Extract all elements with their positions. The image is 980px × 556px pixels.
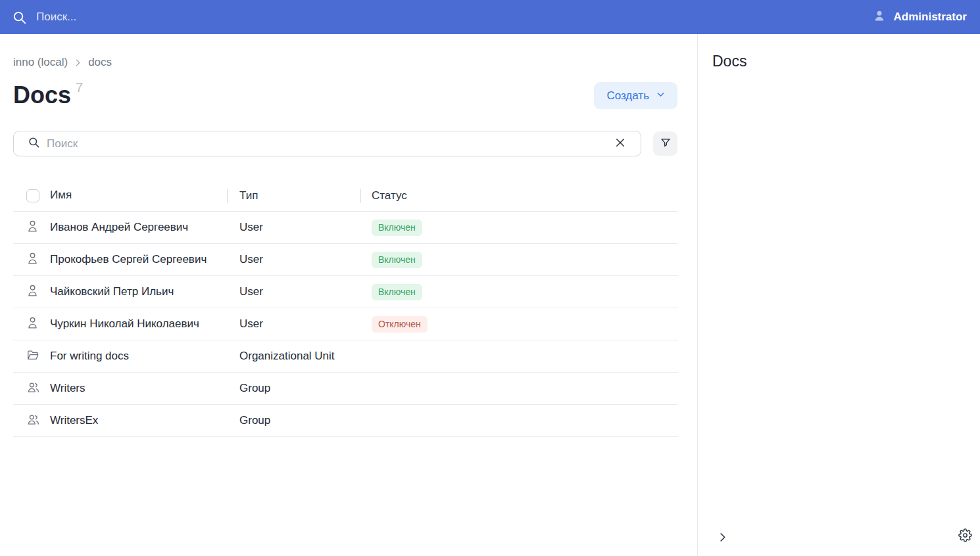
table-body: Иванов Андрей Сергеевич User Включен Про… xyxy=(13,212,678,437)
table-row[interactable]: Writers Group xyxy=(13,373,678,405)
row-name: Прокофьев Сергей Сергеевич xyxy=(50,246,227,273)
table-row[interactable]: Чайковский Петр Ильич User Включен xyxy=(13,276,678,308)
column-header-name[interactable]: Имя xyxy=(50,181,227,209)
table-header: Имя Тип Статус xyxy=(13,180,678,212)
clear-search-button[interactable] xyxy=(610,133,630,154)
status-badge: Включен xyxy=(372,252,422,268)
object-count: 7 xyxy=(76,80,83,95)
funnel-icon xyxy=(660,137,672,151)
table-row[interactable]: Прокофьев Сергей Сергеевич User Включен xyxy=(13,244,678,276)
gear-icon xyxy=(958,528,972,544)
breadcrumb-item-current[interactable]: docs xyxy=(88,56,112,69)
global-search-input[interactable] xyxy=(36,11,299,24)
details-panel-title: Docs xyxy=(712,53,747,70)
global-search xyxy=(12,10,873,25)
row-type: User xyxy=(227,276,360,308)
user-name: Administrator xyxy=(894,11,967,24)
table-search-input[interactable] xyxy=(47,137,610,151)
search-icon xyxy=(28,136,40,151)
search-toolbar xyxy=(13,131,677,156)
column-header-status[interactable]: Статус xyxy=(360,180,678,211)
close-icon xyxy=(614,137,626,151)
status-badge: Включен xyxy=(372,284,422,300)
row-type: User xyxy=(227,308,360,340)
table-row[interactable]: WritersEx Group xyxy=(13,405,678,437)
user-icon xyxy=(26,316,39,333)
user-icon xyxy=(26,220,39,236)
chevron-right-icon xyxy=(74,58,82,67)
row-name: Чайковский Петр Ильич xyxy=(50,278,227,306)
row-type: Organizational Unit xyxy=(227,340,360,372)
details-panel: Docs xyxy=(698,34,980,556)
user-icon xyxy=(26,252,39,268)
search-icon xyxy=(12,10,27,25)
row-name: Чуркин Николай Николаевич xyxy=(50,310,227,338)
select-all-checkbox[interactable] xyxy=(26,189,39,202)
page-title: Docs7 xyxy=(13,82,83,108)
chevron-right-icon xyxy=(716,531,729,545)
chevron-down-icon xyxy=(656,89,666,103)
user-icon xyxy=(26,284,39,300)
topbar: Administrator xyxy=(0,0,980,34)
breadcrumb-item-root[interactable]: inno (local) xyxy=(13,56,68,69)
column-header-type[interactable]: Тип xyxy=(227,180,360,211)
row-type: User xyxy=(227,212,360,243)
table-row[interactable]: Чуркин Николай Николаевич User Отключен xyxy=(13,308,678,340)
row-name: For writing docs xyxy=(50,342,227,370)
row-name: Иванов Андрей Сергеевич xyxy=(50,214,227,241)
table-row[interactable]: For writing docs Organizational Unit xyxy=(13,340,678,373)
group-icon xyxy=(26,381,40,397)
objects-table: Имя Тип Статус Иванов Андрей Сергеевич U… xyxy=(13,180,678,437)
user-menu[interactable]: Administrator xyxy=(873,9,967,26)
breadcrumb: inno (local) docs xyxy=(13,56,677,69)
main-content: inno (local) docs Docs7 Создать xyxy=(0,34,698,556)
row-name: Writers xyxy=(50,375,227,402)
title-row: Docs7 Создать xyxy=(13,82,677,109)
row-type: Group xyxy=(227,373,360,404)
table-row[interactable]: Иванов Андрей Сергеевич User Включен xyxy=(13,212,678,244)
status-badge: Включен xyxy=(372,220,422,236)
row-name: WritersEx xyxy=(50,407,227,434)
avatar-icon xyxy=(873,9,886,26)
row-type: User xyxy=(227,244,360,275)
settings-button[interactable] xyxy=(956,526,975,547)
group-icon xyxy=(26,413,40,429)
folder-icon xyxy=(26,349,39,364)
collapse-panel-button[interactable] xyxy=(714,528,731,548)
create-button[interactable]: Создать xyxy=(594,82,677,109)
search-box xyxy=(13,131,641,156)
filter-button[interactable] xyxy=(653,131,677,156)
row-type: Group xyxy=(227,405,360,436)
status-badge: Отключен xyxy=(372,316,428,333)
